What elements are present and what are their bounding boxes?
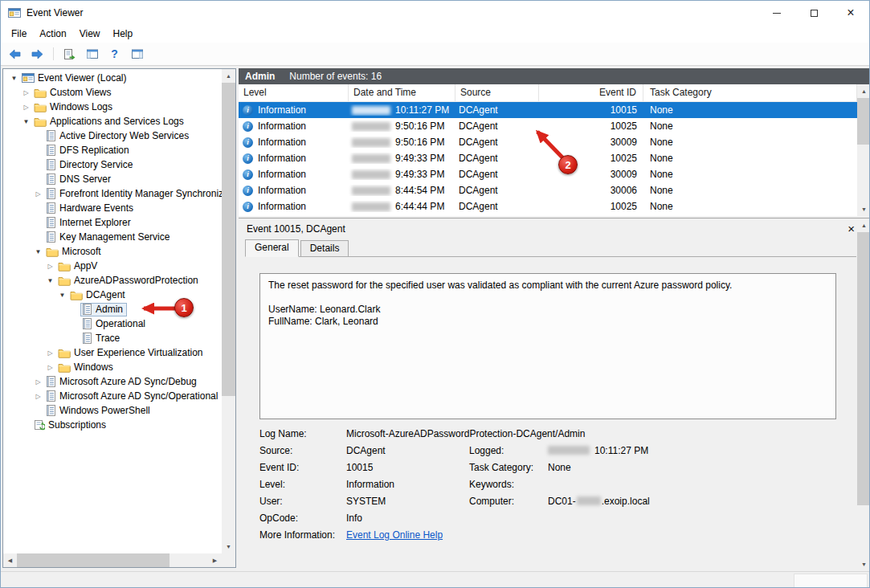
column-header-source[interactable]: Source (455, 84, 539, 101)
minimize-button[interactable] (758, 1, 795, 25)
tree-vertical-scrollbar[interactable]: ▲ ▼ (222, 69, 235, 553)
scroll-up-icon[interactable]: ▲ (222, 69, 235, 83)
event-row[interactable]: iInformation10:11:27 PMDCAgent10015None (239, 102, 857, 118)
expand-icon[interactable]: ▷ (44, 364, 56, 371)
tree-item-microsoft-azure-ad-sync-operational[interactable]: ▷Microsoft Azure AD Sync/Operational (3, 389, 222, 403)
event-row[interactable]: iInformation9:50:16 PMDCAgent10025None (239, 118, 857, 134)
tree-item-microsoft[interactable]: ▼Microsoft (3, 244, 222, 259)
tree-item-dfs-replication[interactable]: DFS Replication (3, 143, 222, 157)
folder-icon (58, 362, 71, 373)
scroll-right-icon[interactable]: ▶ (208, 553, 222, 567)
scrollbar-thumb[interactable] (857, 98, 870, 145)
close-details-icon[interactable]: × (848, 222, 855, 235)
tree-item-body: Windows Logs (32, 100, 116, 114)
forward-icon[interactable] (28, 45, 47, 63)
collapse-icon[interactable]: ▼ (44, 277, 56, 284)
maximize-button[interactable] (795, 1, 832, 25)
event-row[interactable]: iInformation8:44:54 PMDCAgent30006None (239, 182, 857, 198)
tree-item-subscriptions[interactable]: Subscriptions (3, 418, 222, 432)
tree-item-hardware-events[interactable]: Hardware Events (3, 201, 222, 215)
expand-icon[interactable]: ▷ (20, 104, 32, 111)
tree-item-windows[interactable]: ▷Windows (3, 360, 222, 374)
menu-file[interactable]: File (5, 28, 33, 39)
tree-item-label: Microsoft (62, 246, 101, 257)
column-header-date-and-time[interactable]: Date and Time (349, 84, 455, 101)
folder-icon (58, 276, 71, 286)
scrollbar-thumb[interactable] (222, 83, 235, 396)
event-row[interactable]: iInformation6:44:44 PMDCAgent10025None (239, 198, 857, 214)
tree-item-azureadpasswordprotection[interactable]: ▼AzureADPasswordProtection (3, 273, 222, 288)
scroll-down-icon[interactable]: ▼ (222, 540, 235, 553)
expand-icon[interactable]: ▷ (44, 263, 56, 270)
scroll-up-icon[interactable]: ▲ (857, 218, 870, 232)
event-log-online-help-link[interactable]: Event Log Online Help (346, 529, 443, 541)
field-value: Event Log Online Help (346, 529, 469, 544)
list-vertical-scrollbar[interactable]: ▲ ▼ (857, 84, 870, 216)
tree-item-custom-views[interactable]: ▷Custom Views (3, 85, 222, 100)
tree-item-internet-explorer[interactable]: Internet Explorer (3, 215, 222, 230)
column-header-level[interactable]: Level (239, 84, 349, 101)
expand-icon[interactable]: ▷ (20, 89, 32, 96)
tree-item-body: Custom Views (32, 86, 115, 100)
tree-item-applications-and-services-logs[interactable]: ▼Applications and Services Logs (3, 114, 222, 129)
tree-item-body: Trace (80, 332, 124, 345)
scroll-up-icon[interactable]: ▲ (857, 84, 870, 98)
tree-horizontal-scrollbar[interactable]: ◀ ▶ (3, 553, 222, 567)
tree-item-body: Operational (80, 317, 149, 331)
menu-view[interactable]: View (73, 28, 107, 39)
scroll-left-icon[interactable]: ◀ (3, 553, 17, 567)
redacted-text (577, 496, 601, 505)
expand-icon[interactable]: ▷ (32, 393, 44, 400)
collapse-icon[interactable]: ▼ (32, 248, 44, 255)
tree-item-directory-service[interactable]: Directory Service (3, 157, 222, 172)
back-icon[interactable] (6, 45, 24, 63)
show-hide-console-tree-icon[interactable] (83, 45, 101, 63)
tree-item-active-directory-web-services[interactable]: Active Directory Web Services (3, 129, 222, 143)
tab-general[interactable]: General (245, 239, 299, 257)
column-header-task-category[interactable]: Task Category (643, 84, 857, 101)
tree-item-label: Internet Explorer (59, 217, 131, 228)
tree-item-user-experience-virtualization[interactable]: ▷User Experience Virtualization (3, 345, 222, 360)
tree-item-body: DCAgent (68, 288, 129, 302)
expand-icon[interactable]: ▷ (32, 378, 44, 386)
expand-icon[interactable]: ▷ (44, 349, 56, 357)
information-icon: i (243, 137, 253, 148)
tab-details[interactable]: Details (300, 240, 349, 256)
scrollbar-thumb[interactable] (857, 232, 870, 505)
column-header-event-id[interactable]: Event ID (539, 84, 643, 101)
event-row[interactable]: iInformation9:49:33 PMDCAgent30009None (239, 166, 857, 182)
tree-item-microsoft-azure-ad-sync-debug[interactable]: ▷Microsoft Azure AD Sync/Debug (3, 374, 222, 389)
menu-help[interactable]: Help (107, 28, 140, 39)
event-source: DCAgent (455, 120, 539, 132)
scroll-down-icon[interactable]: ▼ (857, 202, 870, 216)
tree-item-windows-powershell[interactable]: Windows PowerShell (3, 403, 222, 418)
event-row[interactable]: iInformation9:50:16 PMDCAgent30009None (239, 134, 857, 150)
event-source: DCAgent (455, 137, 539, 148)
tree-item-trace[interactable]: Trace (3, 331, 222, 345)
tree-item-key-management-service[interactable]: Key Management Service (3, 230, 222, 244)
tree-item-forefront-identity-manager-synchronization[interactable]: ▷Forefront Identity Manager Synchronizat… (3, 186, 222, 201)
tree-item-event-viewer-local[interactable]: ▼Event Viewer (Local) (3, 71, 222, 85)
collapse-icon[interactable]: ▼ (56, 292, 68, 299)
redacted-date (352, 138, 390, 147)
expand-icon[interactable]: ▷ (32, 190, 44, 198)
help-icon[interactable]: ? (105, 45, 124, 63)
show-hide-action-pane-icon[interactable] (128, 45, 146, 63)
event-source: DCAgent (455, 104, 539, 116)
tree-item-appv[interactable]: ▷AppV (3, 259, 222, 273)
collapse-icon[interactable]: ▼ (20, 118, 32, 125)
collapse-icon[interactable]: ▼ (8, 75, 20, 82)
tree-item-windows-logs[interactable]: ▷Windows Logs (3, 100, 222, 114)
menu-action[interactable]: Action (33, 28, 72, 39)
event-row[interactable]: iInformation9:49:33 PMDCAgent10025None (239, 150, 857, 166)
field-value (548, 479, 847, 493)
event-count: Number of events: 16 (289, 71, 382, 82)
close-button[interactable]: × (832, 1, 869, 25)
details-vertical-scrollbar[interactable]: ▲ ▼ (857, 218, 870, 571)
redacted-date (352, 170, 390, 179)
tree-item-operational[interactable]: Operational (3, 316, 222, 331)
tree-item-dns-server[interactable]: DNS Server (3, 172, 222, 186)
scrollbar-thumb[interactable] (17, 553, 170, 567)
export-icon[interactable] (60, 45, 79, 63)
scroll-down-icon[interactable]: ▼ (857, 557, 870, 571)
